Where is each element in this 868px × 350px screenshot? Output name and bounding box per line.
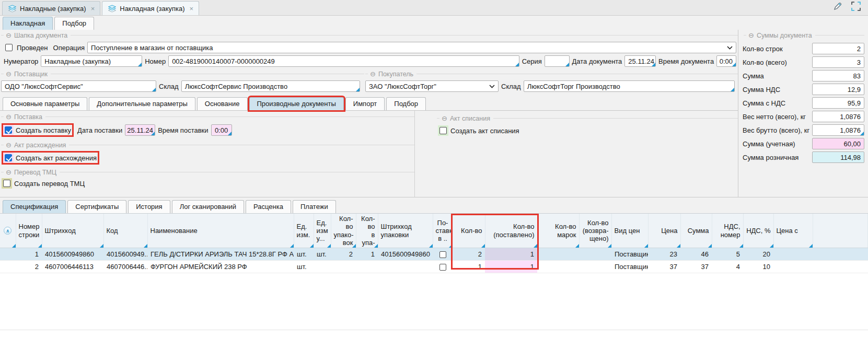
param-tab-6[interactable]: Подбор [386, 97, 426, 110]
doc-time-input[interactable]: 0:00 [716, 55, 736, 67]
sums-row-value[interactable]: 3 [812, 56, 864, 68]
sums-row-value[interactable]: 60,00 [812, 138, 864, 149]
create-tmc-checkbox[interactable] [2, 178, 12, 189]
cell-r2-c6[interactable]: шт. [294, 261, 314, 273]
buyer-select[interactable]: ЗАО "ЛюксСофтТорг" [365, 80, 499, 92]
row-supplier-checkbox[interactable] [439, 251, 446, 258]
cell-r1-c16[interactable]: Поставщик... [611, 248, 648, 261]
param-tab-3[interactable]: Основание [197, 97, 248, 110]
cell-r2-c11[interactable] [433, 261, 453, 273]
cell-r1-c12[interactable]: 2 [453, 248, 485, 261]
cell-r1-c2[interactable]: 1 [16, 248, 42, 261]
series-input[interactable] [545, 55, 570, 67]
create-delivery-checkbox[interactable] [3, 125, 14, 135]
sums-row-value[interactable]: 1,0876 [812, 124, 864, 136]
collapse-icon[interactable]: ⊖ [6, 32, 11, 39]
cell-r2-c13[interactable]: 1 [485, 261, 537, 273]
supplier-warehouse-input[interactable]: ЛюксСофтСервис Производство [181, 80, 360, 92]
cell-r2-c16[interactable]: Поставщик... [611, 261, 648, 273]
param-tab-4[interactable]: Производные документы [249, 97, 344, 110]
cell-r2-c9[interactable] [356, 261, 378, 273]
cell-r2-c18[interactable]: 37 [680, 261, 712, 273]
column-header-1[interactable]: ∧ [0, 214, 16, 248]
param-tab-1[interactable]: Основные параметры [3, 97, 87, 110]
cell-r2-c12[interactable]: 1 [453, 261, 485, 273]
edit-icon[interactable] [832, 1, 843, 11]
collapse-icon[interactable]: ⊖ [748, 32, 754, 39]
numerator-input[interactable]: Накладные (закупка) [41, 55, 142, 67]
cell-r2-c3[interactable]: 4607006446113 [42, 261, 103, 273]
collapse-icon[interactable]: ⊖ [6, 142, 11, 148]
cell-r2-c7[interactable] [314, 261, 331, 273]
cell-r1-c10[interactable]: 4015600949860 [378, 248, 433, 261]
sums-row-value[interactable]: 114,98 [812, 151, 864, 163]
cell-r1-c6[interactable]: шт. [294, 248, 314, 261]
column-header-21[interactable]: Цена с [773, 214, 813, 248]
cell-r2-c17[interactable]: 37 [648, 261, 680, 273]
cell-r1-c4[interactable]: 4015600949... [103, 248, 147, 261]
create-writeoff-checkbox[interactable] [438, 125, 448, 136]
cell-r2-c21[interactable] [773, 261, 813, 273]
column-header-2[interactable]: Номер строки [16, 214, 42, 248]
column-header-4[interactable]: Код [103, 214, 147, 248]
cell-r1-c11[interactable] [433, 248, 453, 261]
column-header-11[interactable]: По- ставк в .. [433, 214, 453, 248]
cell-r2-c20[interactable]: 10 [743, 261, 773, 273]
view-tab-1[interactable]: Накладная [3, 17, 53, 30]
cell-r2-c10[interactable] [378, 261, 433, 273]
cell-r2-c14[interactable] [537, 261, 579, 273]
cell-r1-c1[interactable] [0, 248, 16, 261]
row-supplier-checkbox[interactable] [439, 264, 446, 271]
cell-r1-c5[interactable]: ГЕЛЬ Д/СТИРКИ АРИЭЛЬ ТАЧ 15*28.8Г РФ ARI… [147, 248, 294, 261]
window-tab[interactable]: Накладные (закупка)× [2, 1, 100, 15]
supplier-name-input[interactable]: ОДО "ЛюксСофтСервис" [1, 80, 156, 92]
column-header-17[interactable]: Цена [648, 214, 680, 248]
column-header-7[interactable]: Ед. изм у... [314, 214, 331, 248]
view-tab-2[interactable]: Подбор [54, 17, 94, 30]
column-header-10[interactable]: Штрихкод упаковки [378, 214, 433, 248]
sums-row-value[interactable]: 83 [812, 70, 864, 81]
cell-r1-c15[interactable] [579, 248, 611, 261]
column-header-18[interactable]: Сумма [680, 214, 712, 248]
column-header-19[interactable]: НДС, номер [712, 214, 743, 248]
column-header-15[interactable]: Кол-во (возвра- щено) [579, 214, 611, 248]
param-tab-5[interactable]: Импорт [345, 97, 385, 110]
posted-checkbox[interactable] [4, 42, 14, 53]
cell-r2-c1[interactable] [0, 261, 16, 273]
delivery-time-input[interactable]: 0:00 [211, 124, 232, 136]
operation-select[interactable]: Поступление в магазин от поставщика [87, 42, 736, 53]
collapse-icon[interactable]: ⊖ [370, 71, 376, 77]
column-header-14[interactable]: Кол-во марок [537, 214, 579, 248]
column-header-3[interactable]: Штрихкод [42, 214, 103, 248]
cell-r1-c17[interactable]: 23 [648, 248, 680, 261]
cell-r2-c19[interactable]: 4 [712, 261, 743, 273]
window-tab[interactable]: Накладная (закупка)× [102, 1, 199, 15]
table-row[interactable]: 246070064461134607006446...ФУРГОН АРМЕЙС… [0, 261, 868, 273]
cell-r1-c13[interactable]: 1 [485, 248, 537, 261]
column-header-8[interactable]: Кол-во упако- вок [331, 214, 356, 248]
collapse-icon[interactable]: ⊖ [6, 71, 11, 77]
sums-row-value[interactable]: 2 [812, 43, 864, 54]
cell-r1-c18[interactable]: 46 [680, 248, 712, 261]
number-input[interactable]: 002-4819000140007-0000000249 [168, 55, 519, 67]
column-header-5[interactable]: Наименование [147, 214, 294, 248]
collapse-icon[interactable]: ⊖ [442, 115, 447, 122]
sums-row-value[interactable]: 95,9 [812, 97, 864, 109]
collapse-icon[interactable]: ⊖ [6, 169, 11, 176]
collapse-icon[interactable]: ⊖ [6, 113, 11, 120]
spec-tab-5[interactable]: Расценка [246, 200, 291, 213]
table-row[interactable]: 140156009498604015600949...ГЕЛЬ Д/СТИРКИ… [0, 248, 868, 261]
cell-r2-c15[interactable] [579, 261, 611, 273]
close-icon[interactable]: × [91, 5, 95, 13]
cell-r1-c8[interactable]: 2 [331, 248, 356, 261]
sort-up-icon[interactable]: ∧ [4, 227, 11, 235]
spec-tab-4[interactable]: Лог сканирований [172, 200, 244, 213]
column-header-6[interactable]: Ед. изм. [294, 214, 314, 248]
cell-r1-c3[interactable]: 4015600949860 [42, 248, 103, 261]
column-header-13[interactable]: Кол-во (поставлено) [485, 214, 537, 248]
sums-row-value[interactable]: 1,0876 [812, 111, 864, 122]
cell-r1-c19[interactable]: 5 [712, 248, 743, 261]
cell-r2-c5[interactable]: ФУРГОН АРМЕЙСКИЙ 238 РФ [147, 261, 294, 273]
close-icon[interactable]: × [190, 5, 194, 13]
column-header-9[interactable]: Кол-во в упа- [356, 214, 378, 248]
